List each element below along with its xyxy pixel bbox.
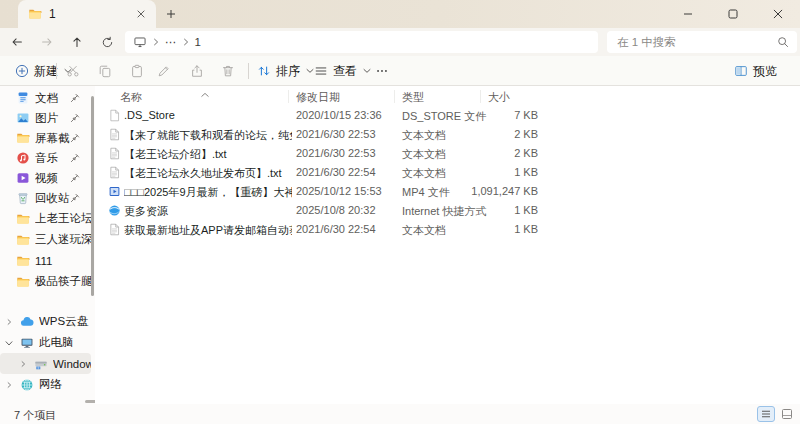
sidebar-item-row11[interactable]: 此电脑 xyxy=(0,332,91,353)
network-icon xyxy=(20,378,34,392)
sidebar-item-row5[interactable]: 回收站 xyxy=(0,188,91,208)
status-bar: 7 个项目 xyxy=(0,404,800,424)
view-toggles xyxy=(757,406,796,422)
forward-button[interactable] xyxy=(36,32,58,52)
sidebar-item-row13[interactable]: 网络 xyxy=(0,374,91,395)
folder-icon xyxy=(16,254,30,268)
maximize-button[interactable] xyxy=(710,0,755,28)
sidebar-item-label: 文档 xyxy=(35,91,70,106)
monitor-icon[interactable] xyxy=(133,35,147,49)
sidebar-item-row1[interactable]: 图片 xyxy=(0,108,91,128)
folder-icon xyxy=(16,275,30,289)
sidebar-item-row2[interactable]: 屏幕截图 xyxy=(0,128,91,148)
copy-button[interactable] xyxy=(91,59,119,83)
column-header-size[interactable]: 大小 xyxy=(488,90,510,105)
sidebar-vertical-scrollbar[interactable] xyxy=(91,96,94,296)
new-tab-button[interactable] xyxy=(161,4,181,24)
breadcrumb-current[interactable]: 1 xyxy=(195,36,201,48)
sidebar-item-row9[interactable]: 极品筷子腿，梦 xyxy=(0,271,91,292)
file-size: 7 KB xyxy=(456,109,538,121)
text-file-icon xyxy=(108,128,121,141)
column-separator[interactable] xyxy=(288,90,289,103)
tab-1[interactable]: 1 xyxy=(18,0,156,28)
minimize-button[interactable] xyxy=(665,0,710,28)
breadcrumb-ellipsis[interactable]: ⋯ xyxy=(165,35,177,49)
up-button[interactable] xyxy=(66,32,88,52)
sidebar-item-label: WPS云盘 xyxy=(39,314,91,329)
pin-icon xyxy=(70,93,86,103)
file-explorer-window: 1 ⋯ 1 新建 xyxy=(0,0,800,424)
file-size: 1 KB xyxy=(456,204,538,216)
column-header-name[interactable]: 名称 xyxy=(120,90,142,105)
file-date: 2020/10/15 23:36 xyxy=(296,109,382,121)
file-row[interactable]: 【老王论坛永久地址发布页】.txt2021/6/30 22:54文本文档1 KB xyxy=(95,163,800,182)
tree-chevron-collapsed-icon[interactable] xyxy=(3,318,15,326)
folder-icon xyxy=(28,7,42,21)
sidebar-item-row3[interactable]: 音乐 xyxy=(0,148,91,168)
thumbnails-view-button[interactable] xyxy=(778,406,796,422)
preview-pane-icon xyxy=(734,64,748,78)
sidebar-item-row4[interactable]: 视频 xyxy=(0,168,91,188)
pin-icon xyxy=(70,173,86,183)
tree-chevron-collapsed-icon[interactable] xyxy=(3,381,15,389)
search-input[interactable] xyxy=(615,35,777,49)
column-header-type[interactable]: 类型 xyxy=(402,90,424,105)
sidebar-item-label: 音乐 xyxy=(35,151,70,166)
address-bar[interactable]: ⋯ 1 xyxy=(125,31,598,53)
pin-icon xyxy=(70,113,86,123)
sidebar-item-windows-ssd[interactable]: Windows-SSD xyxy=(0,353,91,374)
more-button[interactable] xyxy=(368,59,396,83)
view-button[interactable]: 查看 xyxy=(309,59,376,83)
sort-icon xyxy=(257,64,271,78)
share-button[interactable] xyxy=(183,59,211,83)
titlebar: 1 xyxy=(0,0,800,28)
navigation-bar: ⋯ 1 xyxy=(0,28,800,56)
sidebar-item-row10[interactable]: WPS云盘 xyxy=(0,311,91,332)
search-box[interactable] xyxy=(607,31,797,53)
sort-ascending-icon xyxy=(200,90,210,100)
preview-button-label: 预览 xyxy=(753,63,777,80)
rename-icon xyxy=(157,64,171,78)
column-separator[interactable] xyxy=(394,90,395,103)
file-size: 1,091,247 KB xyxy=(456,185,538,197)
preview-button[interactable]: 预览 xyxy=(729,59,782,83)
pin-icon xyxy=(70,133,86,143)
sidebar-item-row6[interactable]: 上老王论坛当老 xyxy=(0,208,91,229)
sidebar-item-row7[interactable]: 三人迷玩深圳90 xyxy=(0,229,91,250)
file-type: 文本文档 xyxy=(402,147,446,162)
music-icon xyxy=(16,151,30,165)
file-row[interactable]: 【老王论坛介绍】.txt2021/6/30 22:53文本文档2 KB xyxy=(95,144,800,163)
file-name: 获取最新地址及APP请发邮箱自动获取.txt xyxy=(124,223,292,238)
file-row[interactable]: □□□2025年9月最新，【重磅】大神【猎...2025/10/12 15:53… xyxy=(95,182,800,201)
file-type: 文本文档 xyxy=(402,223,446,238)
file-row[interactable]: .DS_Store2020/10/15 23:36DS_STORE 文件7 KB xyxy=(95,106,800,125)
column-header-date[interactable]: 修改日期 xyxy=(296,90,340,105)
paste-button[interactable] xyxy=(123,59,151,83)
new-button-label: 新建 xyxy=(34,63,58,80)
cut-button[interactable] xyxy=(59,59,87,83)
pin-icon xyxy=(70,153,86,163)
cut-icon xyxy=(66,64,80,78)
tab-close-icon[interactable] xyxy=(132,5,150,23)
back-button[interactable] xyxy=(6,32,28,52)
file-row[interactable]: 【来了就能下载和观看的论坛，纯免费！】.txt2021/6/30 22:53文本… xyxy=(95,125,800,144)
details-view-button[interactable] xyxy=(757,406,775,422)
column-separator[interactable] xyxy=(480,90,481,103)
sidebar-item-label: 屏幕截图 xyxy=(35,131,70,146)
sidebar-item-label: 图片 xyxy=(35,111,70,126)
delete-button[interactable] xyxy=(214,59,242,83)
file-row[interactable]: 更多资源2025/10/8 20:32Internet 快捷方式1 KB xyxy=(95,201,800,220)
sidebar-item-111[interactable]: 111 xyxy=(0,250,91,271)
refresh-button[interactable] xyxy=(96,32,118,52)
sidebar-item-label: 回收站 xyxy=(35,191,70,206)
view-button-label: 查看 xyxy=(333,63,357,80)
file-row[interactable]: 获取最新地址及APP请发邮箱自动获取.txt2021/6/30 22:54文本文… xyxy=(95,220,800,239)
tree-chevron-expanded-icon[interactable] xyxy=(3,339,15,347)
close-button[interactable] xyxy=(755,0,800,28)
sidebar-item-row0[interactable]: 文档 xyxy=(0,88,91,108)
rename-button[interactable] xyxy=(150,59,178,83)
file-size: 1 KB xyxy=(456,223,538,235)
computer-icon xyxy=(20,336,34,350)
tree-chevron-collapsed-icon[interactable] xyxy=(17,360,29,368)
file-date: 2021/6/30 22:53 xyxy=(296,147,376,159)
